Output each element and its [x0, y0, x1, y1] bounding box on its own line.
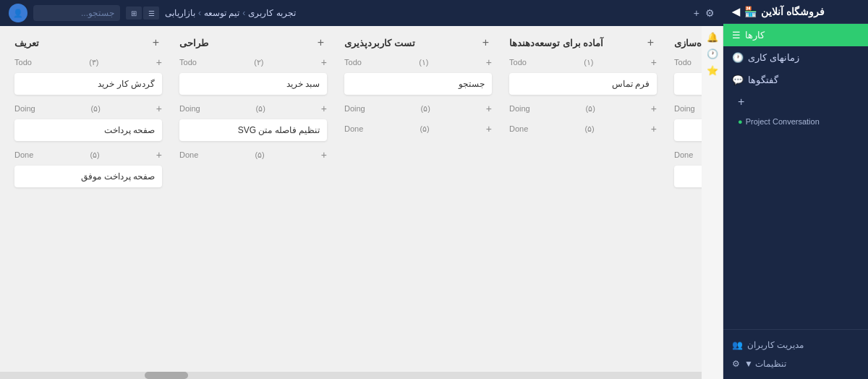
kanban-board: +تعریف+(۳)Todoگردش کار خرید+(۵)Doingصفحه… [0, 26, 702, 372]
project-conversation-item[interactable]: Project Conversation ● [723, 113, 868, 130]
sidebar-footer: مدیریت کاربران 👥 تنظیمات ▼ ⚙ [723, 329, 868, 379]
sidebar-discussions-icon: 💬 [732, 74, 744, 85]
add-col-btn-ready-for-devs[interactable]: + [644, 36, 657, 49]
sidebar-tasks-label: کارها [745, 30, 765, 41]
kanban-column-definition: +تعریف+(۳)Todoگردش کار خرید+(۵)Doingصفحه… [9, 32, 168, 366]
topbar-right: تجربه کاربری › تیم توسعه › بازاریابی ☰ ⊞… [9, 4, 296, 22]
add-topbar-icon[interactable]: + [694, 7, 699, 19]
sidebar-timesheets-icon: 🕐 [732, 52, 744, 63]
column-title-ready-for-devs: آماده برای توسعه‌دهندها [509, 38, 603, 48]
sidebar-header: فروشگاه آنلاین 🏪 ◀ [723, 0, 868, 24]
clock-icon[interactable]: 🕐 [707, 48, 718, 59]
list-view-btn[interactable]: ☰ [143, 7, 159, 20]
topbar-left: ⚙ + [694, 7, 715, 19]
section-header-user-testing-doing: +(۵)Doing [339, 100, 498, 117]
section-header-implementation-done: +(۵)Done [668, 146, 702, 163]
horizontal-scrollbar[interactable] [0, 372, 702, 379]
sidebar-item-timesheets[interactable]: زمانهای کاری 🕐 [723, 46, 868, 69]
column-title-user-testing: تست کاربردپذیری [344, 38, 415, 48]
sidebar-tasks-icon: ☰ [732, 30, 741, 41]
section-ready-for-devs-doing: +(۵)Doing [503, 100, 663, 117]
column-title-implementation: پیاده‌سازی [674, 38, 702, 48]
kanban-card[interactable]: صفحه پرداخت [14, 119, 162, 141]
kanban-column-ready-for-devs: +آماده برای توسعه‌دهندها+(۱)Todoفرم تماس… [503, 32, 663, 366]
section-add-ready-for-devs-todo[interactable]: + [651, 56, 657, 68]
add-col-btn-design[interactable]: + [315, 36, 327, 49]
kanban-card[interactable]: گردش کار خرید [14, 73, 162, 95]
kanban-column-implementation: +پیاده‌سازی+(۳)Todoپایین صفحه+(۵)Doingمن… [668, 32, 702, 366]
section-design-todo: +(۲)Todoسبد خرید [174, 54, 333, 97]
section-add-design-todo[interactable]: + [321, 56, 327, 68]
section-add-user-testing-done[interactable]: + [486, 123, 492, 135]
section-add-design-doing[interactable]: + [321, 103, 327, 114]
section-add-design-done[interactable]: + [321, 149, 327, 161]
kanban-card[interactable]: جستجو [344, 73, 492, 95]
sidebar-back-icon: ◀ [732, 6, 740, 17]
section-user-testing-doing: +(۵)Doing [339, 100, 498, 117]
bell-icon[interactable]: 🔔 [707, 32, 718, 43]
user-avatar[interactable]: 👤 [9, 4, 27, 22]
right-sidebar: فروشگاه آنلاین 🏪 ◀ کارها ☰ زمانهای کاری … [723, 0, 868, 379]
star-icon[interactable]: ⭐ [707, 65, 718, 76]
section-user-testing-done: +(۵)Done [339, 120, 498, 137]
section-header-user-testing-todo: +(۱)Todo [339, 54, 498, 71]
breadcrumb: تجربه کاربری › تیم توسعه › بازاریابی [165, 8, 296, 18]
kanban-card[interactable]: سبد خرید [179, 73, 327, 95]
settings-topbar-icon[interactable]: ⚙ [705, 7, 715, 19]
section-add-definition-doing[interactable]: + [156, 103, 162, 114]
section-design-done: +(۵)Done [174, 146, 333, 163]
section-header-user-testing-done: +(۵)Done [339, 120, 498, 137]
kanban-card[interactable]: صفحه پرداخت موفق [14, 166, 162, 187]
column-header-ready-for-devs: +آماده برای توسعه‌دهندها [503, 32, 663, 54]
add-conversation-icon[interactable]: + [738, 95, 744, 108]
breadcrumb-item-marketing: بازاریابی [165, 8, 195, 18]
section-header-implementation-todo: +(۳)Todo [668, 54, 702, 71]
breadcrumb-item-ux: تجربه کاربری [248, 8, 295, 18]
section-header-definition-todo: +(۳)Todo [9, 54, 168, 71]
section-definition-todo: +(۳)Todoگردش کار خرید [9, 54, 168, 97]
section-add-user-testing-todo[interactable]: + [486, 56, 492, 68]
breadcrumb-sep-2: › [198, 8, 201, 18]
section-implementation-todo: +(۳)Todoپایین صفحه [668, 54, 702, 97]
user-management-label: مدیریت کاربران [747, 340, 804, 350]
add-col-btn-definition[interactable]: + [150, 36, 162, 49]
add-col-btn-user-testing[interactable]: + [480, 36, 492, 49]
column-header-implementation: +پیاده‌سازی [668, 32, 702, 54]
breadcrumb-item-team: تیم توسعه [204, 8, 239, 18]
section-design-doing: +(۵)Doingتنظیم فاصله متن SVG [174, 100, 333, 143]
section-add-definition-done[interactable]: + [156, 149, 162, 161]
section-header-definition-doing: +(۵)Doing [9, 100, 168, 117]
sidebar-app-title: فروشگاه آنلاین [761, 6, 825, 17]
kanban-card[interactable]: منوی اصلی [674, 119, 702, 141]
column-header-design: +طراحی [174, 32, 333, 54]
section-header-design-doing: +(۵)Doing [174, 100, 333, 117]
settings-label: تنظیمات ▼ [744, 359, 786, 369]
kanban-card[interactable]: فرم تماس [509, 73, 657, 95]
kanban-card[interactable]: تنظیم فاصله متن SVG [179, 119, 327, 141]
section-add-ready-for-devs-done[interactable]: + [651, 123, 657, 135]
grid-view-btn[interactable]: ⊞ [126, 7, 142, 20]
section-add-user-testing-doing[interactable]: + [486, 103, 492, 114]
kanban-column-design: +طراحی+(۲)Todoسبد خرید+(۵)Doingتنظیم فاص… [174, 32, 333, 366]
column-header-user-testing: +تست کاربردپذیری [339, 32, 498, 54]
sidebar-settings[interactable]: تنظیمات ▼ ⚙ [723, 354, 868, 373]
section-definition-doing: +(۵)Doingصفحه پرداخت [9, 100, 168, 143]
topbar: ⚙ + تجربه کاربری › تیم توسعه › بازاریابی… [0, 0, 723, 26]
section-add-definition-todo[interactable]: + [156, 56, 162, 68]
conversation-dot-icon: ● [738, 117, 743, 126]
search-input[interactable] [33, 5, 120, 21]
sidebar-item-discussions[interactable]: گفتگوها 💬 [723, 69, 868, 91]
section-ready-for-devs-done: +(۵)Done [503, 120, 663, 137]
section-header-ready-for-devs-todo: +(۱)Todo [503, 54, 663, 71]
kanban-card[interactable]: منوی سمت راست [674, 166, 702, 187]
kanban-card[interactable]: پایین صفحه [674, 73, 702, 95]
sidebar-user-management[interactable]: مدیریت کاربران 👥 [723, 336, 868, 354]
section-implementation-done: +(۵)Doneمنوی سمت راست [668, 146, 702, 190]
sidebar-item-tasks[interactable]: کارها ☰ [723, 24, 868, 46]
project-conversation-label: Project Conversation [746, 117, 820, 126]
section-user-testing-todo: +(۱)Todoجستجو [339, 54, 498, 97]
column-title-definition: تعریف [14, 38, 39, 48]
section-add-ready-for-devs-doing[interactable]: + [651, 103, 657, 114]
kanban-column-user-testing: +تست کاربردپذیری+(۱)Todoجستجو+(۵)Doing+(… [339, 32, 498, 366]
section-implementation-doing: +(۵)Doingمنوی اصلی [668, 100, 702, 143]
